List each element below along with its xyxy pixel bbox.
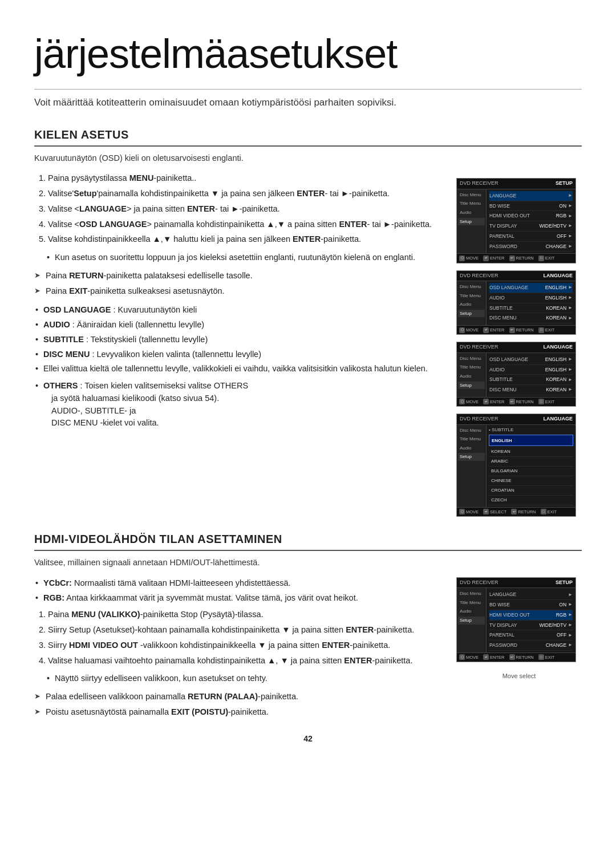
sidebar-disc-menu: Disc Menu — [458, 191, 485, 199]
s5-setup: Setup — [458, 617, 485, 625]
s3-disc-menu: Disc Menu — [458, 355, 485, 363]
footer-exit-4: □EXIT — [541, 509, 557, 515]
bullet-ellei: Ellei valittua kieltä ole tallennettu le… — [34, 363, 443, 375]
screen2-sidebar: Disc Menu Title Menu Audio Setup — [457, 281, 487, 325]
s3-audio: Audio — [458, 372, 485, 380]
row-osd-3: OSD LANGUAGEENGLISH ► — [489, 355, 573, 365]
step-1: Paina pysäytystilassa MENU-painiketta.. — [48, 172, 443, 185]
screen3-footer: ⬡MOVE ↵ENTER ↩RETURN □EXIT — [457, 397, 576, 406]
step5-sub: Kun asetus on suoritettu loppuun ja jos … — [34, 252, 443, 264]
row-chinese-4: CHINESE — [489, 476, 573, 486]
bullet-ycbcr: YCbCr: Normaalisti tämä valitaan HDMI-la… — [34, 577, 443, 590]
dropdown-english: ENGLISH — [489, 435, 573, 446]
footer-move-2: ⬡MOVE — [459, 327, 479, 333]
bullet-osd: OSD LANGUAGE : Kuvaruutunäytön kieli — [34, 304, 443, 317]
bullet-discmenu: DISC MENU : Levyvalikon kielen valinta (… — [34, 348, 443, 361]
row-discmenu-3: DISC MENUKOREAN ► — [489, 385, 573, 395]
hdmi-section: HDMI-VIDEOLÄHDÖN TILAN ASETTAMINEN Valit… — [34, 530, 582, 722]
screen-language-3: DVD RECEIVER LANGUAGE Disc Menu Title Me… — [456, 342, 576, 407]
sidebar-audio: Audio — [458, 209, 485, 217]
kielen-asetus-others: OTHERS : Toisen kielen valitsemiseksi va… — [34, 380, 443, 429]
row-language-1: LANGUAGE► — [489, 191, 573, 201]
screen5-header-left: DVD RECEIVER — [460, 579, 499, 587]
footer-return-5: ↩RETURN — [509, 654, 534, 660]
footer-exit-2: □EXIT — [538, 327, 555, 333]
hdmi-left: YCbCr: Normaalisti tämä valitaan HDMI-la… — [34, 577, 443, 722]
hdmi-step4-sub: Näyttö siirtyy edelliseen valikkoon, kun… — [34, 672, 443, 685]
screen1-sidebar: Disc Menu Title Menu Audio Setup — [457, 189, 487, 254]
hdmi-note-exit: Poistu asetusnäytöstä painamalla EXIT (P… — [34, 706, 443, 719]
row-subtitle-2: SUBTITLEKOREAN ► — [489, 303, 573, 314]
row-bdwise-5: BD WISEON ► — [489, 600, 573, 610]
footer-return-2: ↩RETURN — [509, 327, 534, 333]
s4-audio: Audio — [458, 444, 485, 452]
hdmi-intro: Valitsee, millainen signaali annetaan HD… — [34, 557, 582, 569]
footer-exit-3: □EXIT — [538, 399, 555, 405]
footer-move-5: ⬡MOVE — [459, 654, 479, 660]
step-2: Valitse'Setup'painamalla kohdistinpainik… — [48, 188, 443, 200]
row-bulgarian-4: BULGARIAN — [489, 467, 573, 476]
row-password-1: PASSWORDCHANGE ► — [489, 242, 573, 252]
screen-setup-1: DVD RECEIVER SETUP Disc Menu Title Menu … — [456, 178, 576, 263]
screen3-sidebar: Disc Menu Title Menu Audio Setup — [457, 353, 487, 397]
footer-enter-5: ↵ENTER — [483, 654, 504, 660]
screen5-footer: ⬡MOVE ↵ENTER ↩RETURN □EXIT — [457, 653, 576, 662]
page-number: 42 — [34, 733, 582, 745]
row-password-5: PASSWORDCHANGE ► — [489, 641, 573, 651]
footer-return-4: ↩RETURN — [511, 509, 536, 515]
kielen-asetus-left: Paina pysäytystilassa MENU-painiketta.. … — [34, 172, 443, 517]
footer-exit-1: □EXIT — [538, 255, 555, 261]
screen5-header-right: SETUP — [556, 579, 573, 587]
screen4-header-left: DVD RECEIVER — [460, 415, 499, 423]
hdmi-note-return: Palaa edelliseen valikkoon painamalla RE… — [34, 691, 443, 703]
row-tv-1: TV DISPLAYWIDE/HDTV ► — [489, 221, 573, 232]
s3-title-menu: Title Menu — [458, 363, 485, 371]
kielen-asetus-screens: DVD RECEIVER SETUP Disc Menu Title Menu … — [456, 172, 582, 517]
step-4: Valitse <OSD LANGUAGE> painamalla kohdis… — [48, 218, 443, 231]
screen5-sidebar: Disc Menu Title Menu Audio Setup — [457, 588, 487, 653]
step-5: Valitse kohdistinpainikkeella ▲,▼ halutt… — [48, 233, 443, 246]
footer-return-1: ↩RETURN — [509, 255, 534, 261]
note-exit: Paina EXIT-painiketta sulkeaksesi asetus… — [34, 285, 443, 298]
bullet-others: OTHERS : Toisen kielen valitsemiseksi va… — [34, 380, 443, 429]
s2-setup: Setup — [458, 310, 485, 318]
row-osd-2: OSD LANGUAGEENGLISH ► — [489, 283, 573, 293]
hdmi-steps: Paina MENU (VALIKKO)-painiketta Stop (Py… — [48, 609, 443, 667]
hdmi-step-1: Paina MENU (VALIKKO)-painiketta Stop (Py… — [48, 609, 443, 621]
footer-enter-3: ↵ENTER — [483, 399, 504, 405]
row-croatian-4: CROATIAN — [489, 486, 573, 496]
row-tv-5: TV DISPLAYWIDE/HDTV ► — [489, 621, 573, 631]
row-subtitle-3: SUBTITLEKOREAN ► — [489, 375, 573, 385]
row-audio-2: AUDIOENGLISH ► — [489, 293, 573, 303]
subtitle-label-4: • SUBTITLE — [489, 427, 573, 433]
s5-audio: Audio — [458, 607, 485, 615]
screen3-main: OSD LANGUAGEENGLISH ► AUDIOENGLISH ► SUB… — [487, 353, 576, 397]
s5-disc-menu: Disc Menu — [458, 590, 485, 598]
sidebar-setup: Setup — [458, 218, 485, 226]
row-bdwise-1: BD WISEON ► — [489, 201, 573, 212]
hdmi-screens: DVD RECEIVER SETUP Disc Menu Title Menu … — [456, 577, 582, 722]
sidebar-title-menu: Title Menu — [458, 200, 485, 208]
footer-enter-2: ↵ENTER — [483, 327, 504, 333]
kielen-asetus-bullets: OSD LANGUAGE : Kuvaruutunäytön kieli AUD… — [34, 304, 443, 375]
s2-disc-menu: Disc Menu — [458, 283, 485, 291]
screen4-sidebar: Disc Menu Title Menu Audio Setup — [457, 425, 487, 507]
row-audio-3: AUDIOENGLISH ► — [489, 365, 573, 375]
kielen-asetus-steps: Paina pysäytystilassa MENU-painiketta.. … — [48, 172, 443, 246]
footer-select-4: ↵SELECT — [483, 509, 506, 515]
move-select-label: Move select — [456, 671, 582, 681]
bullet-subtitle: SUBTITLE : Tekstityskieli (tallennettu l… — [34, 334, 443, 346]
s5-title-menu: Title Menu — [458, 599, 485, 607]
hdmi-title: HDMI-VIDEOLÄHDÖN TILAN ASETTAMINEN — [34, 530, 582, 551]
bullet-audio: AUDIO : Ääniraidan kieli (tallennettu le… — [34, 319, 443, 331]
hdmi-bullets: YCbCr: Normaalisti tämä valitaan HDMI-la… — [34, 577, 443, 605]
screen2-header-right: LANGUAGE — [544, 272, 573, 280]
footer-move-4: ⬡MOVE — [459, 509, 479, 515]
row-discmenu-2: DISC MENUKOREAN ► — [489, 313, 573, 323]
s4-title-menu: Title Menu — [458, 435, 485, 443]
screen-setup-5: DVD RECEIVER SETUP Disc Menu Title Menu … — [456, 577, 576, 662]
page-subtitle: Voit määrittää kotiteatterin ominaisuude… — [34, 95, 582, 110]
screen4-main: • SUBTITLE ENGLISH KOREAN ARABIC BULGARI… — [487, 425, 576, 507]
row-korean-4: KOREAN — [489, 447, 573, 457]
footer-enter-1: ↵ENTER — [483, 255, 504, 261]
